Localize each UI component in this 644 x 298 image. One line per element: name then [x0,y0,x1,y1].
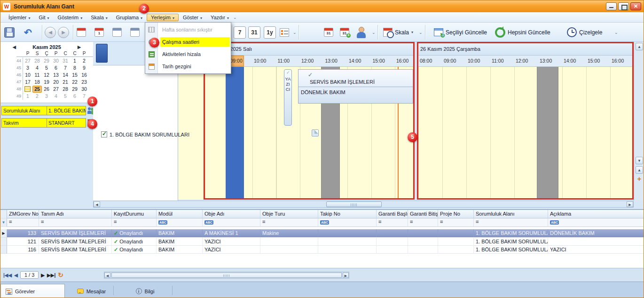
column-header[interactable]: Açıklama [548,210,644,218]
goto-date-button[interactable] [77,24,86,40]
first-page-button[interactable]: |◀◀ [3,273,12,278]
add-calendar-button[interactable] [340,24,349,40]
filter-cell[interactable]: ABC [157,218,203,227]
calendar-day[interactable]: 16 [79,72,89,79]
calendar-day[interactable]: 18 [32,79,42,86]
skala-group-options[interactable] [419,24,423,40]
minimize-button[interactable] [606,2,617,10]
calendar-day[interactable]: 9 [79,64,89,72]
tab-gorevler[interactable]: Görevler [0,284,65,298]
save-button[interactable] [4,24,15,40]
menubar-overflow-icon[interactable] [233,15,237,20]
calendar-day[interactable]: 3 [42,93,51,100]
column-header[interactable]: Proje No [438,210,474,218]
calendar-day[interactable]: 31 [61,57,70,64]
calendar-day[interactable]: 4 [32,64,42,72]
last-page-button[interactable]: ▶▶| [47,273,55,278]
menu-item-tarih-gezgini[interactable]: Tarih gezgini [145,60,231,72]
menu-yazdir[interactable]: Yazdır [206,14,233,21]
calendar-day[interactable]: 25 [32,86,42,93]
menu-skala[interactable]: Skala [86,14,112,21]
filter-cell[interactable]: ABC [548,218,644,227]
view-31-button[interactable]: 31 [248,24,260,40]
column-header[interactable]: Obje Adı [203,210,260,218]
calendar-day[interactable]: 6 [70,93,79,100]
table-row[interactable]: ▶133SERVİS BAKIM İŞLEMLERİ✓OnaylandıBAKI… [0,229,644,238]
calendar-day[interactable]: 21 [61,79,70,86]
menu-goster[interactable]: Göster [179,14,206,21]
calendar-day[interactable]: 7 [61,64,70,72]
schedule-button[interactable]: Çizelgele [567,24,602,40]
calendar-day[interactable]: 27 [23,57,32,64]
calendar-day[interactable]: 1 [70,57,79,64]
view-1y-button[interactable]: 1y [264,24,276,40]
calendar-day[interactable]: 27 [51,86,61,93]
calendar-day[interactable]: 29 [42,57,51,64]
calendar-day[interactable]: 13 [51,72,61,79]
calendar-day[interactable]: 10 [23,72,32,79]
calendar-day[interactable]: 15 [70,72,79,79]
filter-cell[interactable]: = [377,218,408,227]
column-header[interactable]: Modül [157,210,203,218]
calendar-day[interactable]: 3 [23,64,32,72]
scroll-down-button[interactable]: ▼ [636,157,643,164]
menu-item-aktiviteleri-hizala[interactable]: Aktiviteleri hizala [145,48,231,60]
calendar-day[interactable]: 5 [42,64,51,72]
calendar-day[interactable]: 19 [42,79,51,86]
menu-gosterim[interactable]: Gösterim [54,14,87,21]
calendar-day[interactable]: 2 [79,57,89,64]
next-page-button[interactable]: ▶ [41,273,45,278]
skala-button[interactable]: Skala ▾ [383,24,413,40]
task-bar-yazici[interactable]: YAZICI [284,69,292,126]
day-view-button[interactable] [94,24,104,40]
column-header[interactable]: Takip No [318,210,377,218]
resource-person-button[interactable] [356,24,367,40]
refresh-icon[interactable] [58,271,63,279]
view-group-options[interactable] [293,24,297,40]
filter-cell[interactable]: = [7,218,39,227]
calendar-day[interactable] [23,86,32,93]
calendar-day[interactable]: 11 [32,72,42,79]
calendar-day[interactable]: 28 [32,57,42,64]
day1-body[interactable]: YAZICI ✓ SERVİS BAKIM İŞLEMLERİ DÖNEMLİK… [205,67,413,198]
takvim-value[interactable]: STANDART [47,118,86,128]
calendar-day[interactable]: 29 [70,86,79,93]
calendar-day[interactable]: 6 [51,64,61,72]
menu-gruplama[interactable]: Gruplama [112,14,147,21]
scroll-right-button[interactable]: ▶ [343,273,349,278]
column-header[interactable]: KayıtDurumu [112,210,157,218]
calendar-prev-button[interactable]: ◀ [13,45,16,49]
filter-funnel-icon[interactable] [2,220,6,225]
resource-group-options[interactable] [372,24,376,40]
filter-cell[interactable]: = [474,218,548,227]
tab-bilgi[interactable]: Bilgi [113,284,172,298]
calendar-day[interactable]: 2 [32,93,42,100]
close-button[interactable] [630,2,641,10]
table-row[interactable]: 121SERVİS BAKIM TALEPLERİ✓OnaylandıBAKIM… [0,238,644,246]
workweek-view-button[interactable] [112,24,122,40]
calendar-day[interactable]: 28 [61,86,70,93]
filter-cell[interactable]: = [39,218,112,227]
calendar-day[interactable]: 26 [42,86,51,93]
undo-button[interactable] [24,24,32,40]
calendar-day[interactable]: 4 [51,93,61,100]
calendar-day[interactable]: 8 [70,64,79,72]
menu-item-hafta-sonlarini-sikistir[interactable]: Hafta sonlarını sıkıştır [145,24,231,36]
tab-mesajlar[interactable]: Mesajlar [65,284,113,298]
resource-checkbox[interactable] [101,131,107,137]
filter-cell[interactable]: = [260,218,318,227]
calendar-next-button[interactable]: ▶ [78,45,81,49]
scrollbar-thumb[interactable] [326,201,382,207]
scroll-right-button[interactable]: ▶ [627,201,633,207]
calendar-day[interactable]: 7 [79,93,89,100]
calendar-day[interactable]: 30 [79,86,89,93]
scroll-up-button[interactable]: ▲ [636,43,643,50]
calendar-day[interactable]: 30 [51,57,61,64]
scroll-left-button[interactable]: ◀ [104,273,110,278]
resource-row[interactable]: 1. BÖLGE BAKIM SORUMLULARI [101,131,189,137]
month-calendar-button[interactable] [324,24,333,40]
column-header[interactable]: ZMGorev No [7,210,39,218]
agenda-view-button[interactable] [280,24,289,40]
scrollbar-thumb[interactable] [111,273,342,278]
nav-forward-button[interactable]: ▶ [58,24,69,40]
